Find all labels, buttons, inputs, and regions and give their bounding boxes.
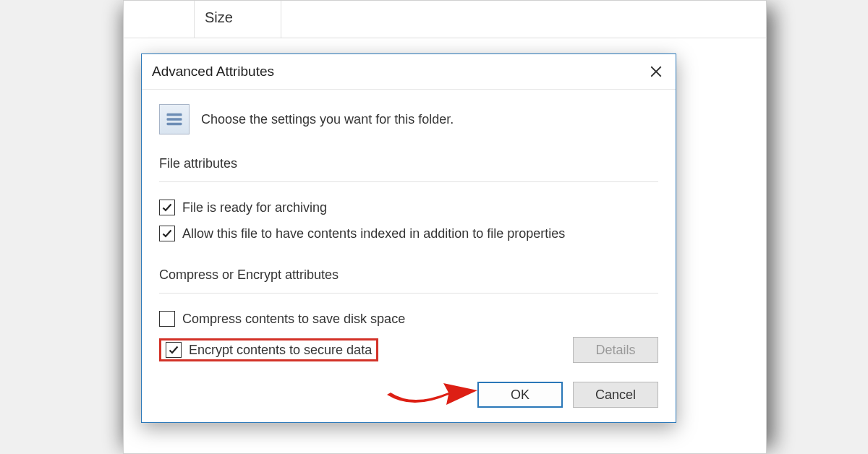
encrypt-highlight: Encrypt contents to secure data	[159, 338, 378, 361]
encrypt-row[interactable]: Encrypt contents to secure data	[166, 342, 372, 358]
svg-rect-4	[167, 123, 182, 126]
dialog-title: Advanced Attributes	[152, 64, 274, 80]
arrow-right-icon	[380, 367, 481, 411]
archiving-checkbox[interactable]	[159, 200, 175, 215]
annotation-arrow	[380, 367, 481, 411]
indexed-checkbox[interactable]	[159, 226, 175, 241]
dialog-titlebar: Advanced Attributes	[142, 54, 676, 90]
file-attributes-group: File is ready for archiving Allow this f…	[159, 192, 658, 267]
ok-button[interactable]: OK	[477, 382, 563, 408]
indexed-checkbox-label: Allow this file to have contents indexed…	[182, 226, 565, 241]
advanced-attributes-dialog: Advanced Attributes Choose the settings …	[141, 53, 676, 423]
svg-rect-3	[167, 118, 182, 121]
encrypt-checkbox-label: Encrypt contents to secure data	[189, 343, 372, 358]
checkmark-icon	[168, 344, 179, 356]
encrypt-checkbox[interactable]	[166, 342, 182, 358]
compress-checkbox[interactable]	[159, 311, 175, 327]
group-divider	[159, 181, 658, 182]
intro-text: Choose the settings you want for this fo…	[201, 112, 454, 127]
parent-header: Size	[124, 1, 766, 38]
indexed-row[interactable]: Allow this file to have contents indexed…	[159, 226, 658, 241]
dialog-buttons: OK Cancel	[159, 382, 658, 408]
dialog-body: Choose the settings you want for this fo…	[142, 90, 676, 422]
svg-rect-2	[167, 113, 182, 116]
compress-checkbox-label: Compress contents to save disk space	[182, 312, 405, 327]
folder-settings-icon	[159, 104, 190, 134]
group-divider	[159, 293, 658, 294]
archiving-checkbox-label: File is ready for archiving	[182, 200, 327, 215]
compress-row[interactable]: Compress contents to save disk space	[159, 311, 658, 327]
close-button[interactable]	[645, 61, 667, 82]
size-column-header[interactable]: Size	[195, 1, 281, 38]
close-icon	[650, 65, 663, 78]
intro-row: Choose the settings you want for this fo…	[159, 104, 658, 134]
file-attributes-label: File attributes	[159, 156, 658, 171]
parent-header-spacer	[124, 1, 195, 38]
checkmark-icon	[161, 228, 173, 239]
compress-encrypt-label: Compress or Encrypt attributes	[159, 267, 658, 283]
details-button[interactable]: Details	[573, 337, 658, 363]
compress-encrypt-group: Compress contents to save disk space Enc…	[159, 304, 658, 363]
encrypt-row-flex: Encrypt contents to secure data Details	[159, 337, 658, 363]
archiving-row[interactable]: File is ready for archiving	[159, 200, 658, 215]
checkmark-icon	[161, 202, 173, 213]
cancel-button[interactable]: Cancel	[573, 382, 658, 408]
